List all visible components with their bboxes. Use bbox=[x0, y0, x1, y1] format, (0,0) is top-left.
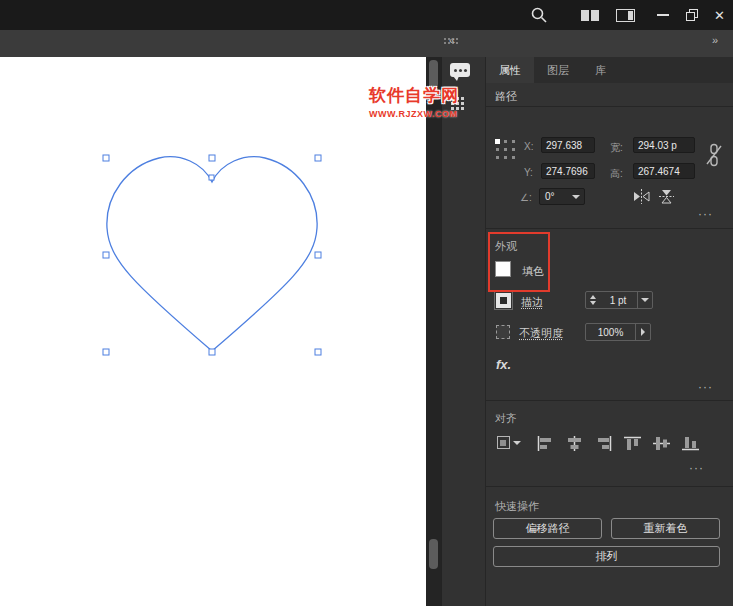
height-label: 高: bbox=[610, 167, 623, 181]
opacity-value[interactable]: 100% bbox=[586, 324, 635, 340]
rotation-angle-select[interactable]: 0° bbox=[539, 188, 585, 205]
divider bbox=[486, 486, 733, 487]
arrange-documents-icon[interactable] bbox=[578, 0, 602, 30]
stroke-weight-dropdown-icon[interactable] bbox=[638, 292, 652, 308]
heart-path bbox=[107, 157, 317, 351]
rotation-angle-value: 0° bbox=[545, 191, 555, 202]
align-to-selector[interactable] bbox=[497, 436, 521, 449]
reference-point-selector[interactable] bbox=[496, 140, 517, 161]
heart-shape[interactable] bbox=[0, 57, 426, 606]
effects-button[interactable]: fx. bbox=[496, 357, 511, 372]
layout-icon bbox=[616, 9, 635, 22]
opacity-chevron-right-icon[interactable] bbox=[636, 324, 650, 340]
chevron-down-icon bbox=[513, 441, 521, 445]
properties-panel: 属性 图层 库 路径 X: 297.638 宽: 294.03 p Y: 274… bbox=[485, 57, 733, 606]
search-icon[interactable] bbox=[527, 0, 551, 30]
flip-vertical-icon[interactable] bbox=[658, 188, 675, 209]
align-top-icon[interactable] bbox=[623, 435, 642, 456]
libraries-panel-icon[interactable] bbox=[451, 97, 454, 100]
divider bbox=[486, 400, 733, 401]
align-section-title: 对齐 bbox=[495, 411, 517, 426]
width-label: 宽: bbox=[610, 141, 623, 155]
stroke-link[interactable]: 描边 bbox=[521, 295, 543, 310]
stroke-weight-value[interactable]: 1 pt bbox=[599, 292, 637, 308]
divider bbox=[486, 228, 733, 229]
appearance-more-options[interactable]: ··· bbox=[698, 380, 713, 394]
arrange-button[interactable]: 排列 bbox=[493, 546, 720, 567]
angle-label: ∠: bbox=[520, 192, 532, 203]
stroke-color-swatch[interactable] bbox=[496, 293, 511, 308]
align-more-options[interactable]: ··· bbox=[689, 461, 704, 475]
offset-path-button[interactable]: 偏移路径 bbox=[493, 518, 602, 539]
control-bar: « » bbox=[0, 30, 733, 57]
restore-icon bbox=[686, 9, 698, 21]
tab-libraries[interactable]: 库 bbox=[582, 57, 619, 83]
titlebar: ✕ bbox=[0, 0, 733, 30]
align-to-artboard-icon bbox=[497, 436, 510, 449]
width-input[interactable]: 294.03 p bbox=[633, 137, 695, 153]
scrollbar-thumb[interactable] bbox=[429, 539, 438, 569]
transform-more-options[interactable]: ··· bbox=[698, 207, 713, 221]
selected-object-type: 路径 bbox=[495, 89, 517, 104]
x-label: X: bbox=[524, 141, 533, 152]
minimize-button[interactable] bbox=[649, 0, 676, 30]
chevron-down-icon bbox=[572, 195, 580, 199]
opacity-control[interactable]: 100% bbox=[585, 323, 651, 341]
opacity-swatch[interactable] bbox=[496, 325, 510, 339]
tab-layers[interactable]: 图层 bbox=[534, 57, 582, 83]
constrain-proportions-icon[interactable] bbox=[705, 143, 723, 171]
align-horizontal-center-icon[interactable] bbox=[565, 435, 584, 456]
fill-color-swatch[interactable] bbox=[496, 262, 510, 276]
align-vertical-center-icon[interactable] bbox=[652, 435, 671, 456]
y-label: Y: bbox=[524, 167, 533, 178]
height-input[interactable]: 267.4674 bbox=[633, 163, 695, 179]
scrollbar-thumb-top[interactable] bbox=[429, 60, 438, 88]
minimize-icon bbox=[657, 14, 669, 16]
y-input[interactable]: 274.7696 bbox=[541, 163, 595, 179]
fill-label: 填色 bbox=[522, 264, 544, 279]
collapse-dock-right-icon[interactable]: » bbox=[712, 34, 717, 46]
panel-grip-dots[interactable] bbox=[444, 38, 446, 40]
vertical-scrollbar[interactable] bbox=[426, 57, 441, 606]
x-input[interactable]: 297.638 bbox=[541, 137, 595, 153]
appearance-section-title: 外观 bbox=[495, 239, 517, 254]
flip-horizontal-icon[interactable] bbox=[632, 188, 651, 209]
workspace-switcher-icon[interactable] bbox=[613, 0, 637, 30]
quick-actions-title: 快速操作 bbox=[495, 499, 539, 514]
align-bottom-icon[interactable] bbox=[681, 435, 700, 456]
selection-handles bbox=[103, 155, 321, 355]
align-right-icon[interactable] bbox=[594, 435, 613, 456]
panel-tabs: 属性 图层 库 bbox=[486, 57, 733, 83]
close-button[interactable]: ✕ bbox=[706, 0, 733, 30]
divider bbox=[486, 106, 733, 107]
opacity-link[interactable]: 不透明度 bbox=[519, 326, 563, 341]
stroke-weight-stepper[interactable] bbox=[586, 292, 599, 308]
align-left-icon[interactable] bbox=[536, 435, 555, 456]
comments-panel-icon[interactable] bbox=[450, 63, 470, 77]
tile-icon bbox=[581, 10, 599, 21]
panel-icon-dock bbox=[441, 57, 485, 606]
recolor-button[interactable]: 重新着色 bbox=[611, 518, 720, 539]
restore-button[interactable] bbox=[678, 0, 705, 30]
collapse-dock-left-icon[interactable]: « bbox=[449, 34, 454, 46]
stroke-weight-control[interactable]: 1 pt bbox=[585, 291, 653, 309]
artboard[interactable] bbox=[0, 57, 426, 606]
tab-properties[interactable]: 属性 bbox=[486, 57, 534, 83]
